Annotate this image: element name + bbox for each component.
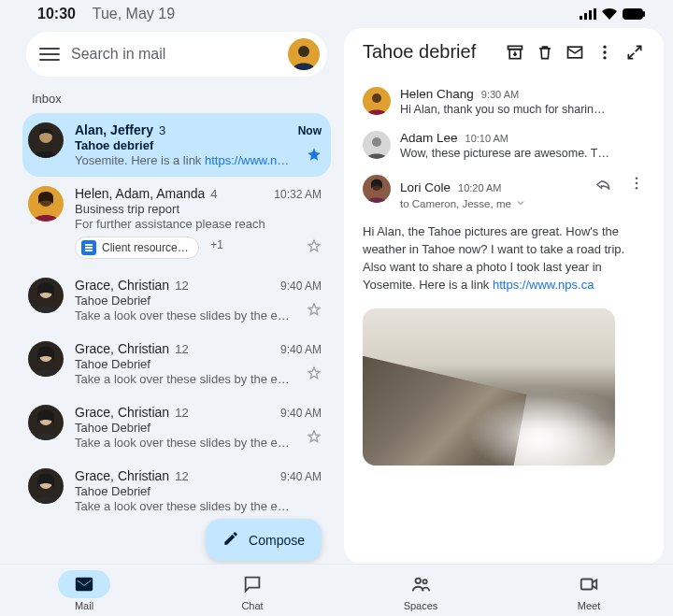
star-icon[interactable] (307, 429, 322, 448)
message-list: Helen Chang9:30 AM Hi Alan, thank you so… (363, 87, 645, 210)
thread-from: Grace, Christian (75, 278, 169, 293)
search-input[interactable]: Search in mail (71, 46, 277, 63)
thread-avatar (28, 405, 64, 440)
attachment-image[interactable] (363, 308, 615, 466)
thread-snippet: For further assistance please reach (75, 217, 290, 231)
thread-time: 9:40 AM (280, 470, 322, 483)
thread-subject: Tahoe Debrief (75, 421, 322, 435)
star-icon[interactable] (307, 147, 322, 165)
battery-icon (623, 8, 645, 20)
thread-time: Now (298, 124, 322, 137)
delete-icon[interactable] (535, 42, 555, 63)
thread-subject: Tahoe Debrief (75, 484, 322, 498)
svg-point-18 (603, 56, 606, 59)
archive-icon[interactable] (505, 42, 525, 63)
thread-count: 3 (159, 123, 165, 137)
spaces-icon (394, 570, 447, 598)
thread-count: 4 (210, 187, 217, 201)
star-icon[interactable] (307, 365, 322, 384)
message-time: 9:30 AM (481, 89, 519, 100)
message-body-link[interactable]: https://www.nps.ca (493, 278, 594, 292)
attachment-more[interactable]: +1 (210, 238, 223, 251)
nav-mail[interactable]: Mail (58, 570, 110, 611)
doc-icon (81, 240, 96, 255)
search-bar[interactable]: Search in mail (26, 32, 327, 77)
account-avatar[interactable] (288, 38, 320, 70)
svg-point-6 (298, 46, 309, 57)
more-icon[interactable] (594, 42, 615, 63)
message-expanded[interactable]: Lori Cole 10:20 AM to Cameron, Jesse, me (363, 175, 645, 210)
reply-icon[interactable] (594, 175, 611, 195)
thread-time: 9:40 AM (280, 279, 322, 293)
thread-time: 9:40 AM (280, 343, 322, 356)
message-avatar (363, 87, 391, 115)
thread-list[interactable]: Alan, Jeffery 3 Now Tahoe debrief Yosemi… (22, 113, 331, 523)
nav-chat[interactable]: Chat (226, 570, 279, 611)
chat-icon (226, 570, 279, 598)
thread-subject: Tahoe Debrief (75, 294, 322, 308)
svg-rect-1 (584, 13, 587, 20)
thread-item[interactable]: Grace, Christian129:40 AM Tahoe Debrief … (22, 395, 331, 459)
message-sender: Adam Lee (400, 131, 458, 145)
nav-spaces[interactable]: Spaces (394, 570, 447, 611)
thread-snippet: Yosemite. Here is a link https://www.nps… (75, 153, 290, 167)
thread-snippet-link[interactable]: https://www.nps... (205, 153, 290, 167)
message-recipients[interactable]: to Cameron, Jesse, me (400, 197, 645, 210)
message-avatar (363, 131, 391, 159)
attachment-chip[interactable]: Client resource… (75, 236, 199, 259)
svg-point-23 (636, 182, 638, 185)
message-snippet: Hi Alan, thank you so much for sharin… (400, 103, 645, 116)
thread-avatar (28, 186, 64, 222)
meet-icon (563, 570, 615, 598)
status-time: 10:30 (37, 6, 76, 21)
thread-item[interactable]: Grace, Christian129:40 AM Tahoe Debrief … (22, 268, 331, 332)
message-more-icon[interactable] (628, 175, 645, 195)
expand-icon[interactable] (624, 42, 645, 63)
thread-item[interactable]: Grace, Christian129:40 AM Tahoe Debrief … (22, 332, 331, 395)
svg-point-16 (603, 45, 606, 48)
svg-point-20 (372, 137, 381, 147)
svg-rect-27 (581, 579, 593, 589)
message-avatar (363, 175, 391, 203)
message-collapsed[interactable]: Adam Lee10:10 AM Wow, these picturese ar… (363, 131, 645, 160)
thread-count: 12 (175, 279, 188, 293)
thread-snippet: Take a look over these slides by the end… (75, 436, 290, 450)
thread-subject: Business trip report (75, 202, 322, 216)
thread-subject: Tahoe debrief (75, 138, 322, 152)
status-icons (580, 8, 645, 20)
star-icon[interactable] (307, 238, 322, 257)
mail-icon[interactable] (565, 42, 585, 63)
thread-from: Helen, Adam, Amanda (75, 186, 205, 201)
compose-label: Compose (249, 533, 305, 548)
thread-count: 12 (175, 406, 188, 420)
thread-from: Grace, Christian (75, 468, 169, 483)
wifi-icon (602, 8, 617, 20)
thread-item[interactable]: Helen, Adam, Amanda 4 10:32 AM Business … (22, 177, 331, 268)
bottom-nav: Mail Chat Spaces Meet (0, 564, 673, 616)
thread-snippet: Take a look over these slides by the end… (75, 499, 290, 513)
thread-count: 12 (175, 469, 188, 483)
message-sender: Helen Chang (400, 87, 474, 101)
thread-snippet: Take a look over these slides by the end… (75, 308, 290, 322)
thread-item[interactable]: Alan, Jeffery 3 Now Tahoe debrief Yosemi… (22, 113, 331, 177)
message-collapsed[interactable]: Helen Chang9:30 AM Hi Alan, thank you so… (363, 87, 645, 116)
message-sender: Lori Cole (400, 180, 451, 194)
svg-rect-4 (623, 8, 643, 20)
message-snippet: Wow, these picturese are awesome. T… (400, 147, 645, 160)
status-left: 10:30 Tue, May 19 (37, 6, 175, 22)
thread-item[interactable]: Grace, Christian129:40 AM Tahoe Debrief … (22, 459, 331, 523)
star-icon[interactable] (307, 302, 322, 321)
status-date: Tue, May 19 (93, 6, 175, 21)
svg-point-22 (636, 177, 638, 179)
svg-rect-0 (580, 16, 582, 20)
inbox-pane: Search in mail Inbox Alan, Jeffery 3 (22, 28, 331, 565)
compose-button[interactable]: Compose (206, 519, 322, 561)
message-body: Hi Alan, the Tahoe pictures are great. H… (363, 223, 645, 294)
nav-meet[interactable]: Meet (563, 570, 615, 611)
reader-title: Tahoe debrief (363, 41, 495, 63)
menu-icon[interactable] (39, 48, 60, 61)
thread-avatar (28, 278, 64, 313)
inbox-label: Inbox (22, 86, 331, 113)
svg-rect-3 (594, 8, 596, 20)
svg-point-17 (603, 50, 606, 53)
